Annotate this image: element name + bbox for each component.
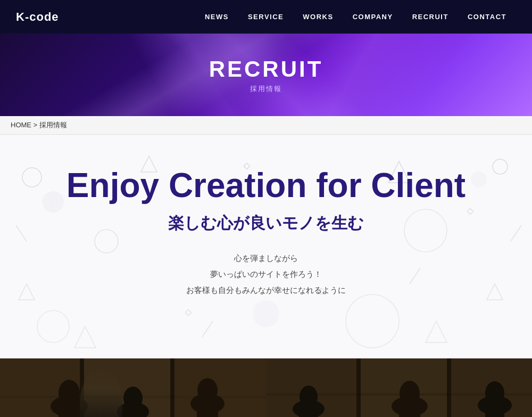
svg-rect-51 (485, 411, 504, 417)
svg-point-0 (22, 168, 41, 187)
body-line-1: 心を弾ましながら (186, 250, 346, 266)
breadcrumb: HOME > 採用情報 (0, 116, 532, 135)
svg-rect-48 (399, 412, 420, 417)
main-subheading: 楽しむ心が良いモノを生む (168, 212, 364, 234)
nav-company[interactable]: COMPANY (343, 0, 403, 34)
nav-service[interactable]: SERVICE (238, 0, 293, 34)
svg-point-5 (37, 310, 69, 342)
svg-point-3 (404, 209, 447, 252)
svg-rect-22 (170, 358, 174, 417)
photo-left (0, 358, 266, 417)
people-photo-right (266, 358, 532, 417)
svg-marker-9 (487, 284, 503, 300)
nav-news[interactable]: NEWS (195, 0, 238, 34)
svg-point-44 (300, 386, 318, 408)
svg-point-4 (346, 295, 399, 348)
svg-rect-37 (356, 358, 361, 417)
people-photo-left (0, 358, 266, 417)
svg-point-31 (123, 387, 143, 410)
svg-rect-29 (59, 412, 80, 417)
svg-point-28 (59, 380, 80, 406)
svg-rect-38 (447, 358, 451, 417)
svg-marker-11 (74, 326, 96, 348)
svg-point-2 (95, 230, 118, 253)
svg-point-34 (197, 378, 218, 403)
svg-rect-35 (197, 409, 218, 417)
breadcrumb-current: 採用情報 (39, 121, 67, 129)
svg-rect-13 (185, 309, 191, 315)
photo-section (0, 358, 532, 417)
main-nav: NEWS SERVICE WORKS COMPANY RECRUIT CONTA… (195, 0, 516, 34)
svg-marker-10 (426, 321, 447, 342)
svg-marker-8 (19, 284, 35, 300)
body-line-3: お客様も自分もみんなが幸せになれるように (186, 282, 346, 298)
svg-line-18 (202, 321, 213, 337)
svg-rect-15 (467, 208, 473, 214)
site-header: K-code NEWS SERVICE WORKS COMPANY RECRUI… (0, 0, 532, 34)
main-body: 心を弾ましながら 夢いっぱいのサイトを作ろう！ お客様も自分もみんなが幸せになれ… (186, 250, 346, 298)
site-logo[interactable]: K-code (16, 10, 59, 24)
svg-line-16 (16, 225, 27, 241)
hero-subtitle: 採用情報 (250, 84, 282, 94)
svg-line-19 (410, 268, 420, 284)
breadcrumb-separator: > (31, 121, 39, 129)
main-heading: Enjoy Creation for Client (66, 167, 466, 204)
svg-rect-45 (299, 414, 318, 417)
body-line-2: 夢いっぱいのサイトを作ろう！ (186, 266, 346, 282)
svg-point-50 (485, 381, 504, 405)
photo-inner (0, 358, 532, 417)
svg-point-1 (493, 159, 508, 174)
hero-banner: RECRUIT 採用情報 (0, 34, 532, 116)
nav-works[interactable]: WORKS (293, 0, 343, 34)
svg-line-17 (511, 225, 521, 241)
nav-recruit[interactable]: RECRUIT (403, 0, 458, 34)
photo-right (266, 358, 532, 417)
hero-title: RECRUIT (209, 56, 323, 82)
main-content: Enjoy Creation for Client 楽しむ心が良いモノを生む 心… (0, 135, 532, 358)
breadcrumb-home[interactable]: HOME (11, 121, 31, 129)
nav-contact[interactable]: CONTACT (458, 0, 516, 34)
svg-rect-21 (80, 358, 84, 417)
svg-point-47 (400, 381, 420, 406)
